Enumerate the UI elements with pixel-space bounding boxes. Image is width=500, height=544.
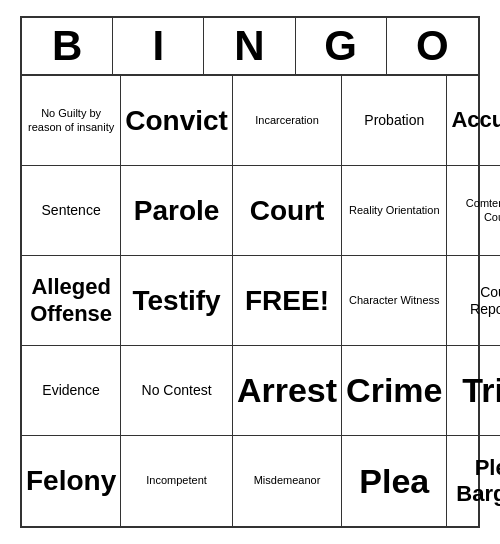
bingo-card: BINGO No Guilty by reason of insanityCon… (20, 16, 480, 528)
cell-1: Convict (121, 76, 233, 166)
cell-24: Plea Bargain (447, 436, 500, 526)
cell-4: Accused (447, 76, 500, 166)
cell-7: Court (233, 166, 342, 256)
cell-14: Court Reporter (447, 256, 500, 346)
header-letter: I (113, 18, 204, 74)
cell-22: Misdemeanor (233, 436, 342, 526)
cell-15: Evidence (22, 346, 121, 436)
cell-5: Sentence (22, 166, 121, 256)
cell-2: Incarceration (233, 76, 342, 166)
cell-23: Plea (342, 436, 447, 526)
cell-12: FREE! (233, 256, 342, 346)
header-letter: N (204, 18, 295, 74)
cell-17: Arrest (233, 346, 342, 436)
bingo-header: BINGO (22, 18, 478, 76)
cell-6: Parole (121, 166, 233, 256)
cell-19: Trial (447, 346, 500, 436)
bingo-grid: No Guilty by reason of insanityConvictIn… (22, 76, 478, 526)
cell-18: Crime (342, 346, 447, 436)
header-letter: O (387, 18, 478, 74)
cell-16: No Contest (121, 346, 233, 436)
cell-3: Probation (342, 76, 447, 166)
header-letter: B (22, 18, 113, 74)
cell-11: Testify (121, 256, 233, 346)
cell-21: Incompetent (121, 436, 233, 526)
cell-8: Reality Orientation (342, 166, 447, 256)
cell-20: Felony (22, 436, 121, 526)
cell-0: No Guilty by reason of insanity (22, 76, 121, 166)
cell-13: Character Witness (342, 256, 447, 346)
cell-10: Alleged Offense (22, 256, 121, 346)
header-letter: G (296, 18, 387, 74)
cell-9: Comtempt of Court (447, 166, 500, 256)
